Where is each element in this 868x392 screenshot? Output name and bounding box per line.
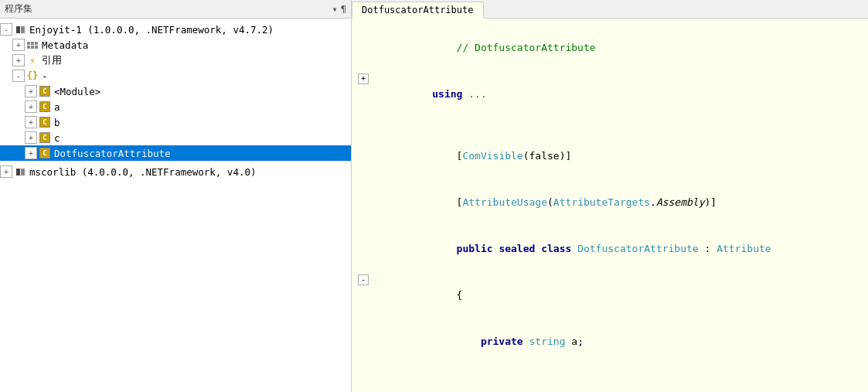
tree-label-namespace: - bbox=[42, 70, 48, 82]
expander-b[interactable]: + bbox=[25, 116, 37, 128]
code-content-7: { bbox=[372, 272, 862, 319]
left-panel-header: 程序集 ▾ ¶ bbox=[0, 0, 351, 19]
tree-node-b[interactable]: + C b bbox=[0, 114, 351, 130]
attruse-bracket: [ bbox=[432, 196, 462, 208]
code-content-2: using ... bbox=[372, 71, 862, 118]
comvisible-args: (false)] bbox=[523, 150, 572, 162]
attruse-name: AttributeUsage bbox=[462, 196, 547, 208]
expander-references[interactable]: + bbox=[12, 54, 25, 66]
panel-pin-icon[interactable]: ▾ bbox=[332, 4, 338, 15]
tree-node-enjoyit[interactable]: - Enjoyit-1 (1.0.0.0, .NETFramework, v4.… bbox=[0, 22, 351, 37]
field-a-name: a; bbox=[571, 336, 584, 347]
metadata-icon bbox=[26, 39, 39, 51]
line-expander-class[interactable]: - bbox=[358, 274, 369, 285]
code-line-3 bbox=[352, 118, 868, 133]
expander-c[interactable]: + bbox=[25, 131, 37, 144]
tree-node-metadata[interactable]: + Metadata bbox=[0, 37, 351, 53]
code-line-10: private int c; bbox=[352, 380, 868, 392]
assembly-icon-mscorlib bbox=[14, 165, 26, 178]
class-icon-a: C bbox=[39, 101, 51, 113]
tree-label-c: c bbox=[54, 132, 60, 144]
private-kw-a: private bbox=[432, 336, 529, 347]
using-keyword: using bbox=[432, 88, 462, 100]
code-line-6: public sealed class DotfuscatorAttribute… bbox=[352, 226, 868, 272]
code-content-3 bbox=[372, 118, 862, 133]
class-icon-module: C bbox=[39, 85, 51, 97]
string-type-a: string bbox=[529, 336, 572, 347]
code-line-9 bbox=[352, 365, 868, 380]
expander-dotfuscator[interactable]: + bbox=[25, 147, 37, 159]
comment-text: // DotfuscatorAttribute bbox=[432, 42, 595, 53]
expander-enjoyit[interactable]: - bbox=[0, 23, 12, 36]
tree-node-module[interactable]: + C <Module> bbox=[0, 84, 351, 99]
tree-label-dotfuscator: DotfuscatorAttribute bbox=[54, 148, 171, 159]
main-container: 程序集 ▾ ¶ - Enjoyit-1 (1.0.0.0, .NETFramew… bbox=[0, 0, 868, 392]
colon: : bbox=[699, 243, 717, 254]
code-content-9 bbox=[372, 365, 862, 380]
expander-a[interactable]: + bbox=[25, 101, 37, 113]
attrtargets: AttributeTargets bbox=[553, 196, 650, 208]
left-panel-title: 程序集 bbox=[5, 2, 32, 15]
tree-label-module: <Module> bbox=[54, 86, 100, 97]
expander-module[interactable]: + bbox=[25, 85, 37, 97]
code-content-4: [ComVisible(false)] bbox=[372, 133, 862, 179]
class-icon-dotfuscator: C bbox=[39, 147, 51, 159]
assembly-icon bbox=[14, 23, 26, 36]
code-content-5: [AttributeUsage(AttributeTargets.Assembl… bbox=[372, 179, 862, 226]
left-panel: 程序集 ▾ ¶ - Enjoyit-1 (1.0.0.0, .NETFramew… bbox=[0, 0, 352, 392]
code-area[interactable]: // DotfuscatorAttribute + using ... [C bbox=[352, 19, 868, 392]
class-name: DotfuscatorAttribute bbox=[577, 243, 699, 254]
tree-area[interactable]: - Enjoyit-1 (1.0.0.0, .NETFramework, v4.… bbox=[0, 19, 351, 392]
code-line-8: private string a; bbox=[352, 319, 868, 365]
tree-node-namespace[interactable]: - {} - bbox=[0, 68, 351, 84]
attr-bracket-open: [ bbox=[432, 150, 462, 162]
class-kw: class bbox=[541, 243, 577, 254]
code-line-7: - { bbox=[352, 272, 868, 319]
attruse-open: ( bbox=[547, 196, 553, 208]
tree-label-mscorlib: mscorlib (4.0.0.0, .NETFramework, v4.0) bbox=[29, 166, 257, 178]
open-brace: { bbox=[432, 289, 462, 301]
tree-node-references[interactable]: + ⚡ 引用 bbox=[0, 53, 351, 68]
assembly-label: Assembly bbox=[656, 196, 705, 208]
line-expander-using[interactable]: + bbox=[358, 73, 369, 84]
attruse-close: )] bbox=[705, 196, 717, 208]
expander-namespace[interactable]: - bbox=[12, 70, 25, 82]
class-icon-c: C bbox=[39, 131, 51, 144]
tree-label-references: 引用 bbox=[42, 54, 62, 67]
expander-metadata[interactable]: + bbox=[12, 39, 25, 51]
code-line-4: [ComVisible(false)] bbox=[352, 133, 868, 179]
tree-node-mscorlib[interactable]: + mscorlib (4.0.0.0, .NETFramework, v4.0… bbox=[0, 164, 351, 179]
tab-label: DotfuscatorAttribute bbox=[362, 5, 474, 15]
class-icon-b: C bbox=[39, 116, 51, 128]
code-line-1: // DotfuscatorAttribute bbox=[352, 25, 868, 71]
code-content-6: public sealed class DotfuscatorAttribute… bbox=[372, 226, 862, 272]
base-class: Attribute bbox=[717, 243, 771, 254]
tab-dotfuscator[interactable]: DotfuscatorAttribute bbox=[352, 2, 484, 19]
public-kw-6: public bbox=[432, 243, 499, 254]
using-ellipsis: ... bbox=[462, 88, 486, 100]
tree-label-metadata: Metadata bbox=[42, 39, 88, 51]
code-line-2: + using ... bbox=[352, 71, 868, 118]
code-content-1: // DotfuscatorAttribute bbox=[372, 25, 862, 71]
right-panel: DotfuscatorAttribute // DotfuscatorAttri… bbox=[352, 0, 868, 392]
tree-node-c[interactable]: + C c bbox=[0, 130, 351, 145]
expander-mscorlib[interactable]: + bbox=[0, 165, 12, 178]
tree-node-dotfuscator[interactable]: + C DotfuscatorAttribute bbox=[0, 145, 351, 161]
tree-label-a: a bbox=[54, 101, 60, 113]
tab-bar: DotfuscatorAttribute bbox=[352, 0, 868, 19]
tree-label-b: b bbox=[54, 117, 60, 128]
namespace-icon: {} bbox=[26, 70, 39, 82]
panel-dock-icon[interactable]: ¶ bbox=[341, 4, 346, 15]
code-content-8: private string a; bbox=[372, 319, 862, 365]
left-panel-controls: ▾ ¶ bbox=[332, 4, 346, 15]
code-content-10: private int c; bbox=[372, 380, 862, 392]
ref-icon: ⚡ bbox=[26, 54, 39, 66]
sealed-kw: sealed bbox=[499, 243, 541, 254]
dot: . bbox=[650, 196, 656, 208]
code-line-5: [AttributeUsage(AttributeTargets.Assembl… bbox=[352, 179, 868, 226]
tree-node-a[interactable]: + C a bbox=[0, 99, 351, 114]
comvisible-attr: ComVisible bbox=[462, 150, 523, 162]
tree-label-enjoyit: Enjoyit-1 (1.0.0.0, .NETFramework, v4.7.… bbox=[29, 24, 274, 36]
